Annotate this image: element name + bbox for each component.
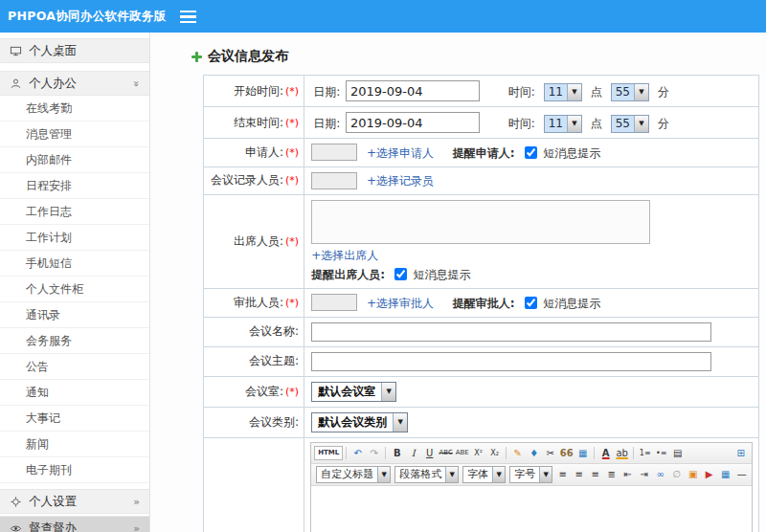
sidebar-item[interactable]: 手机短信 [0, 251, 149, 277]
approver-input[interactable] [311, 294, 357, 311]
select-applicant-link[interactable]: +选择申请人 [367, 146, 434, 160]
select-approver-link[interactable]: +选择审批人 [367, 297, 434, 310]
date-label: 日期: [313, 85, 340, 99]
select-recorder-link[interactable]: +选择记录员 [367, 174, 434, 188]
html-source-button[interactable]: HTML [314, 446, 343, 460]
paste-icon[interactable]: ▤ [669, 445, 686, 461]
sidebar-item[interactable]: 公告 [0, 354, 149, 380]
attendees-sms-checkbox[interactable] [394, 268, 407, 280]
start-date-input[interactable] [346, 80, 480, 101]
start-minute-select[interactable]: 55▼ [611, 83, 649, 101]
select-attendees-link[interactable]: +选择出席人 [311, 249, 378, 262]
eraser-icon[interactable]: ♦ [526, 445, 542, 461]
italic-icon[interactable]: I [405, 445, 421, 461]
indent-icon[interactable]: ⇥ [636, 466, 652, 482]
row-meeting-name: 会议名称: [204, 317, 759, 346]
chevron-right-icon: » [133, 523, 140, 532]
unlink-icon[interactable]: ∅ [668, 466, 685, 482]
ordered-list-icon[interactable]: 1≡ [637, 445, 653, 461]
sidebar-item[interactable]: 在线考勤 [0, 96, 149, 122]
meeting-topic-input[interactable] [311, 352, 711, 371]
media-icon[interactable]: ▶ [701, 466, 717, 482]
undo-icon[interactable]: ↶ [349, 445, 366, 461]
link-icon[interactable]: ∞ [652, 466, 668, 482]
meeting-room-select[interactable]: 默认会议室▼ [311, 382, 396, 402]
cut-icon[interactable]: ✂ [542, 445, 558, 461]
sidebar-item-label: 个人办公 [29, 76, 77, 92]
row-editor: HTML ↶ ↷ B I U ABC ABE X² X₂ [204, 437, 759, 532]
sidebar-item-settings[interactable]: 个人设置 » [0, 489, 149, 514]
recorder-input[interactable] [311, 172, 357, 189]
chevron-down-icon: ▼ [539, 467, 552, 482]
remind-applicant-label: 提醒申请人: [453, 146, 515, 160]
highlight-color-icon[interactable]: ab [614, 445, 630, 461]
underline-icon[interactable]: U [421, 445, 438, 461]
sidebar-item-office[interactable]: 个人办公 » [0, 71, 149, 96]
sidebar-item[interactable]: 大事记 [0, 406, 149, 432]
fullscreen-icon[interactable]: ⊞ [732, 445, 749, 461]
start-hour-select[interactable]: 11▼ [544, 83, 582, 101]
sidebar-item-supervise[interactable]: 督查督办 » [0, 516, 149, 532]
format-painter-icon[interactable]: ✎ [509, 445, 526, 461]
editor-body[interactable] [311, 486, 752, 532]
bold-icon[interactable]: B [389, 445, 405, 461]
field-label: 会议主题: [249, 354, 299, 367]
applicant-input[interactable] [311, 144, 357, 161]
strikethrough-icon[interactable]: ABC [438, 445, 454, 461]
sidebar-item[interactable]: 会务服务 [0, 328, 149, 354]
sidebar-item[interactable]: 工作日志 [0, 199, 149, 225]
redo-icon[interactable]: ↷ [366, 445, 382, 461]
chevron-down-icon: ▼ [634, 116, 648, 132]
toolbar-separator [594, 447, 595, 459]
approver-sms-checkbox[interactable] [525, 297, 537, 309]
applicant-sms-checkbox[interactable] [525, 146, 537, 159]
rich-text-editor: HTML ↶ ↷ B I U ABC ABE X² X₂ [310, 442, 753, 532]
minute-unit-label: 分 [658, 117, 669, 130]
font-size-select[interactable]: 字号▼ [509, 466, 552, 483]
subscript-icon[interactable]: X₂ [486, 445, 503, 461]
field-label: 开始时间: [234, 84, 283, 98]
sidebar-item[interactable]: 通讯录 [0, 302, 149, 328]
remove-format-icon[interactable]: ABE [454, 445, 470, 461]
blockquote-icon[interactable]: 66 [558, 445, 574, 461]
outdent-icon[interactable]: ⇤ [620, 466, 636, 482]
font-family-select[interactable]: 字体▼ [462, 466, 506, 483]
meeting-name-input[interactable] [311, 322, 711, 342]
chevron-down-icon: ▼ [381, 383, 395, 401]
align-right-icon[interactable]: ≡ [587, 466, 603, 482]
insert-date-icon[interactable]: ▦ [574, 445, 591, 461]
required-mark: (*) [285, 146, 299, 159]
end-date-input[interactable] [346, 112, 480, 133]
meeting-category-select[interactable]: 默认会议类别▼ [311, 412, 408, 432]
align-center-icon[interactable]: ≡ [571, 466, 587, 482]
sidebar-item[interactable]: 个人文件柜 [0, 277, 149, 302]
sidebar-item[interactable]: 内部邮件 [0, 147, 149, 173]
unordered-list-icon[interactable]: •≡ [653, 445, 669, 461]
align-justify-icon[interactable]: ≣ [603, 466, 620, 482]
superscript-icon[interactable]: X² [470, 445, 486, 461]
sidebar-item[interactable]: 工作计划 [0, 225, 149, 251]
sms-hint-label: 短消息提示 [543, 146, 600, 160]
image-icon[interactable]: ▣ [685, 466, 701, 482]
paragraph-format-select[interactable]: 段落格式▼ [394, 466, 459, 483]
sidebar-item[interactable]: 新闻 [0, 432, 149, 457]
sidebar-item[interactable]: 电子期刊 [0, 457, 149, 483]
table-icon[interactable]: ▦ [717, 466, 733, 482]
end-minute-select[interactable]: 55▼ [611, 115, 649, 133]
font-color-icon[interactable]: A [597, 445, 614, 461]
add-icon [191, 51, 203, 63]
toolbar-separator [385, 447, 386, 459]
row-meeting-category: 会议类别: 默认会议类别▼ [204, 407, 759, 437]
align-left-icon[interactable]: ≡ [554, 466, 571, 482]
field-label: 申请人: [245, 145, 283, 159]
sidebar-item[interactable]: 日程安排 [0, 173, 149, 199]
sidebar-item-desktop[interactable]: 个人桌面 [0, 38, 149, 63]
sidebar-item[interactable]: 消息管理 [0, 122, 149, 147]
heading-select[interactable]: 自定义标题▼ [316, 466, 391, 483]
end-hour-select[interactable]: 11▼ [544, 115, 582, 133]
sidebar-item[interactable]: 通知 [0, 380, 149, 406]
hr-icon[interactable]: — [733, 466, 750, 482]
hamburger-menu-icon[interactable] [180, 11, 196, 23]
attendees-textarea[interactable] [311, 200, 650, 244]
row-start-time: 开始时间:(*) 日期: 时间: 11▼ 点 55▼ 分 [204, 76, 759, 107]
